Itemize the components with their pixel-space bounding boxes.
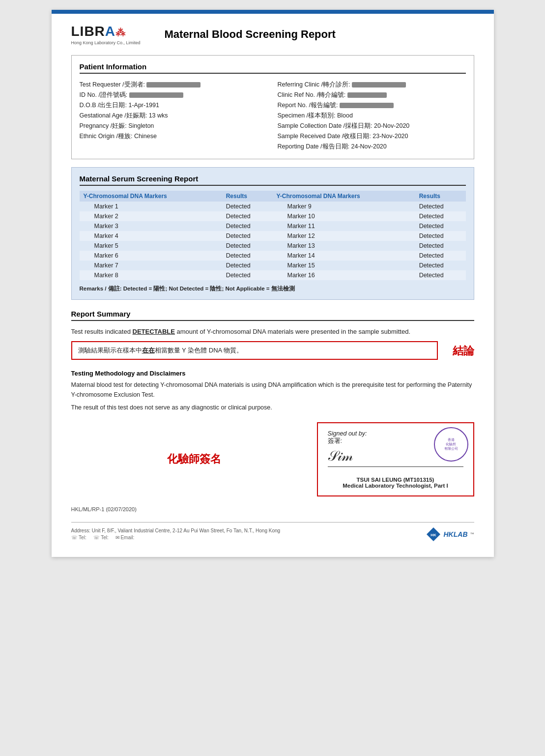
header: LIBRA⁂ Hong Kong Laboratory Co., Limited… bbox=[71, 24, 474, 45]
marker-right-result: Detected bbox=[415, 270, 466, 280]
marker-right-name: Marker 9 bbox=[272, 202, 415, 211]
marker-right-result: Detected bbox=[415, 261, 466, 270]
marker-left-result: Detected bbox=[222, 211, 273, 221]
patient-row: Clinic Ref No. /轉介編號: bbox=[278, 90, 466, 100]
report-title: Maternal Blood Screening Report bbox=[165, 28, 336, 41]
table-row: Marker 5 Detected Marker 13 Detected bbox=[80, 241, 466, 251]
patient-info-section: Patient Information Test Requester /受測者:… bbox=[71, 55, 474, 159]
serum-heading: Maternal Serum Screening Report bbox=[80, 174, 466, 186]
patient-right-fields: Referring Clinic /轉介診所: Clinic Ref No. /… bbox=[278, 80, 466, 152]
logo-area: LIBRA⁂ Hong Kong Laboratory Co., Limited bbox=[71, 24, 150, 45]
redacted-value bbox=[352, 82, 406, 87]
col4-header: Results bbox=[415, 191, 466, 202]
marker-right-name: Marker 15 bbox=[272, 261, 415, 270]
table-row: Marker 4 Detected Marker 12 Detected bbox=[80, 231, 466, 241]
patient-row: Test Requester /受測者: bbox=[80, 80, 268, 90]
marker-left-name: Marker 6 bbox=[80, 251, 222, 261]
markers-body: Marker 1 Detected Marker 9 Detected Mark… bbox=[80, 202, 466, 280]
patient-grid: Test Requester /受測者: ID No. /證件號碼: D.O.B… bbox=[80, 80, 466, 152]
marker-left-result: Detected bbox=[222, 202, 273, 211]
marker-right-name: Marker 13 bbox=[272, 241, 415, 251]
doc-ref: HKL/ML/RP-1 (02/07/2020) bbox=[71, 506, 474, 512]
col2-header: Results bbox=[222, 191, 273, 202]
markers-header-row: Y-Chromosomal DNA Markers Results Y-Chro… bbox=[80, 191, 466, 202]
col1-header: Y-Chromosomal DNA Markers bbox=[80, 191, 222, 202]
logo-sub: Hong Kong Laboratory Co., Limited bbox=[71, 40, 150, 45]
marker-left-name: Marker 1 bbox=[80, 202, 222, 211]
marker-right-name: Marker 14 bbox=[272, 251, 415, 261]
methodology-section: Testing Methodology and Disclaimers Mate… bbox=[71, 370, 474, 412]
marker-left-result: Detected bbox=[222, 270, 273, 280]
chinese-summary-box: 測驗結果顯示在樣本中在在相當數量 Y 染色體 DNA 物質。 bbox=[71, 341, 438, 360]
marker-right-result: Detected bbox=[415, 221, 466, 231]
patient-row: Sample Received Date /收樣日期: 23-Nov-2020 bbox=[278, 131, 466, 142]
markers-table: Y-Chromosomal DNA Markers Results Y-Chro… bbox=[80, 191, 466, 280]
remarks-row: Remarks / 備註: Detected = 陽性; Not Detecte… bbox=[80, 285, 466, 292]
top-bar bbox=[52, 10, 494, 14]
chinese-summary-text: 測驗結果顯示在樣本中在在相當數量 Y 染色體 DNA 物質。 bbox=[78, 347, 243, 354]
patient-row: Report No. /報告編號: bbox=[278, 100, 466, 111]
patient-row: Gestational Age /妊娠期: 13 wks bbox=[80, 111, 268, 121]
methodology-text1: Maternal blood test for detecting Y-chro… bbox=[71, 380, 474, 400]
signee-name: TSUI SAI LEUNG (MT101315) Medical Labora… bbox=[328, 477, 463, 489]
chemist-label: 化驗師簽名 bbox=[71, 452, 317, 466]
conclusion-box: 測驗結果顯示在樣本中在在相當數量 Y 染色體 DNA 物質。 結論 bbox=[71, 341, 474, 360]
serum-section: Maternal Serum Screening Report Y-Chromo… bbox=[71, 167, 474, 300]
sign-box: Signed out by: 簽署: 𝒮𝒾𝓂 TSUI SAI LEUNG (M… bbox=[317, 422, 474, 496]
marker-right-result: Detected bbox=[415, 231, 466, 241]
footer-address: Address: Unit F, 8/F., Valiant Industria… bbox=[71, 528, 281, 540]
marker-left-name: Marker 5 bbox=[80, 241, 222, 251]
marker-left-result: Detected bbox=[222, 241, 273, 251]
marker-left-name: Marker 8 bbox=[80, 270, 222, 280]
redacted-value bbox=[146, 82, 201, 87]
redacted-value bbox=[347, 92, 387, 98]
marker-right-name: Marker 16 bbox=[272, 270, 415, 280]
stamp-circle: 香港化驗所有限公司 bbox=[434, 427, 468, 462]
patient-row: Sample Collection Date /採樣日期: 20-Nov-202… bbox=[278, 121, 466, 131]
redacted-value bbox=[129, 92, 183, 98]
marker-right-result: Detected bbox=[415, 202, 466, 211]
marker-left-result: Detected bbox=[222, 261, 273, 270]
summary-heading: Report Summary bbox=[71, 310, 474, 321]
hklab-logo: HK HKLAB™ bbox=[426, 526, 474, 542]
marker-left-name: Marker 4 bbox=[80, 231, 222, 241]
summary-section: Report Summary Test results indicated DE… bbox=[71, 310, 474, 360]
marker-left-result: Detected bbox=[222, 231, 273, 241]
hklab-diamond-icon: HK bbox=[426, 526, 441, 542]
table-row: Marker 6 Detected Marker 14 Detected bbox=[80, 251, 466, 261]
patient-row: Reporting Date /報告日期: 24-Nov-2020 bbox=[278, 142, 466, 152]
logo-text: LIBRA⁂ bbox=[71, 24, 150, 39]
marker-right-result: Detected bbox=[415, 241, 466, 251]
summary-text: Test results indicated DETECTABLE amount… bbox=[71, 327, 474, 337]
marker-left-result: Detected bbox=[222, 251, 273, 261]
table-row: Marker 2 Detected Marker 10 Detected bbox=[80, 211, 466, 221]
marker-right-name: Marker 12 bbox=[272, 231, 415, 241]
marker-right-name: Marker 11 bbox=[272, 221, 415, 231]
hklab-brand-text: HKLAB bbox=[444, 530, 468, 538]
redacted-value bbox=[340, 103, 394, 108]
marker-right-result: Detected bbox=[415, 251, 466, 261]
col3-header: Y-Chromosomal DNA Markers bbox=[272, 191, 415, 202]
marker-left-result: Detected bbox=[222, 221, 273, 231]
marker-left-name: Marker 3 bbox=[80, 221, 222, 231]
table-row: Marker 3 Detected Marker 11 Detected bbox=[80, 221, 466, 231]
marker-left-name: Marker 7 bbox=[80, 261, 222, 270]
methodology-heading: Testing Methodology and Disclaimers bbox=[71, 370, 474, 377]
patient-row: Specimen /樣本類別: Blood bbox=[278, 111, 466, 121]
patient-info-heading: Patient Information bbox=[80, 62, 466, 74]
patient-row: D.O.B /出生日期: 1-Apr-1991 bbox=[80, 100, 268, 111]
marker-right-name: Marker 10 bbox=[272, 211, 415, 221]
table-row: Marker 8 Detected Marker 16 Detected bbox=[80, 270, 466, 280]
patient-row: Referring Clinic /轉介診所: bbox=[278, 80, 466, 90]
patient-row: Ethnic Origin /種族: Chinese bbox=[80, 131, 268, 142]
conclusion-label: 結論 bbox=[453, 341, 474, 358]
report-page: LIBRA⁂ Hong Kong Laboratory Co., Limited… bbox=[52, 10, 494, 557]
table-row: Marker 7 Detected Marker 15 Detected bbox=[80, 261, 466, 270]
marker-right-result: Detected bbox=[415, 211, 466, 221]
svg-text:HK: HK bbox=[430, 533, 436, 537]
patient-row: Pregnancy /妊娠: Singleton bbox=[80, 121, 268, 131]
marker-left-name: Marker 2 bbox=[80, 211, 222, 221]
patient-row: ID No. /證件號碼: bbox=[80, 90, 268, 100]
signature-area: 化驗師簽名 Signed out by: 簽署: 𝒮𝒾𝓂 TSUI SAI LE… bbox=[71, 422, 474, 496]
table-row: Marker 1 Detected Marker 9 Detected bbox=[80, 202, 466, 211]
